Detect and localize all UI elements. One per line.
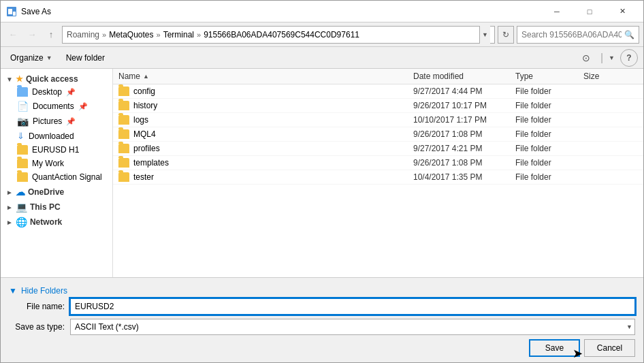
search-box[interactable]: 🔍	[517, 26, 639, 44]
crumb-id: 915566BA06ADA407569C544CC0D97611	[204, 30, 359, 40]
minimize-button[interactable]: ─	[541, 1, 573, 22]
table-row[interactable]: tester 10/4/2017 1:35 PM File folder	[113, 170, 643, 185]
window-controls: ─ □ ✕	[541, 1, 638, 22]
sidebar-item-label: Documents	[33, 101, 74, 111]
file-name-cell: templates	[118, 158, 413, 168]
sidebar-item-mywork[interactable]: My Work	[1, 157, 112, 170]
onedrive-header[interactable]: ► ☁ OneDrive	[1, 184, 112, 199]
save-button[interactable]: Save ➤	[529, 339, 580, 357]
cloud-icon: ☁	[16, 187, 25, 198]
table-row[interactable]: profiles 9/27/2017 4:21 PM File folder	[113, 142, 643, 156]
sidebar-icon: 📷	[17, 116, 29, 127]
sidebar-item-label: Desktop	[32, 87, 62, 97]
folder-icon	[118, 129, 129, 139]
sidebar-icon: ⇓	[17, 131, 25, 141]
toolbar: Organize ▼ New folder ⊙ | ▼ ?	[1, 47, 643, 69]
back-button[interactable]: ←	[5, 27, 21, 43]
file-date-cell: 9/26/2017 10:17 PM	[413, 101, 515, 110]
col-header-size[interactable]: Size	[583, 72, 638, 81]
bottom-buttons: Save ➤ Cancel	[9, 339, 635, 357]
table-row[interactable]: templates 9/26/2017 1:08 PM File folder	[113, 156, 643, 170]
view-separator: |	[600, 52, 603, 64]
refresh-button[interactable]: ↻	[498, 26, 514, 44]
save-type-label: Save as type:	[9, 322, 70, 332]
search-input[interactable]	[521, 30, 622, 40]
sidebar-item-desktop[interactable]: Desktop 📌	[1, 85, 112, 99]
new-folder-label: New folder	[66, 53, 105, 63]
file-type-cell: File folder	[515, 86, 583, 96]
sidebar-item-label: Downloaded	[29, 131, 74, 141]
new-folder-button[interactable]: New folder	[62, 49, 109, 67]
crumb-terminal: Terminal	[163, 30, 194, 40]
chevron-down-icon: ▼	[6, 76, 13, 83]
sidebar-item-quantaction[interactable]: QuantAction Signal	[1, 170, 112, 184]
save-label: Save	[545, 343, 564, 353]
sidebar-section-onedrive: ► ☁ OneDrive	[1, 184, 112, 199]
quick-access-header[interactable]: ▼ ★ Quick access	[1, 72, 112, 85]
close-button[interactable]: ✕	[607, 1, 638, 22]
col-header-name[interactable]: Name ▲	[118, 72, 413, 81]
save-type-select[interactable]: ASCII Text (*.csv)	[70, 319, 635, 335]
address-box[interactable]: Roaming » MetaQuotes » Terminal » 915566…	[62, 26, 495, 44]
file-type-cell: File folder	[515, 144, 583, 153]
col-header-type[interactable]: Type	[515, 72, 583, 81]
file-date-cell: 9/26/2017 1:08 PM	[413, 129, 515, 139]
file-type-cell: File folder	[515, 115, 583, 125]
chevron-right-icon: ►	[6, 189, 13, 196]
save-type-wrapper: ASCII Text (*.csv) ▼	[70, 319, 635, 335]
maximize-button[interactable]: □	[574, 1, 605, 22]
file-name-cell: tester	[118, 172, 413, 182]
view-dropdown-icon: ▼	[609, 54, 615, 61]
help-button[interactable]: ?	[620, 49, 638, 67]
address-dropdown-button[interactable]: ▼	[479, 26, 490, 44]
file-name-text: tester	[133, 172, 154, 182]
sidebar-icon: 📄	[17, 101, 29, 112]
thispc-header[interactable]: ► 💻 This PC	[1, 199, 112, 214]
pin-icon: 📌	[66, 117, 74, 125]
organize-button[interactable]: Organize ▼	[6, 49, 57, 67]
cursor-icon: ➤	[573, 346, 583, 361]
sidebar-item-label: EURUSD H1	[32, 145, 79, 155]
sort-arrow-icon: ▲	[143, 73, 149, 80]
file-type-cell: File folder	[515, 158, 583, 168]
address-bar-row: ← → ↑ Roaming » MetaQuotes » Terminal » …	[1, 22, 643, 47]
table-row[interactable]: config 9/27/2017 4:44 PM File folder	[113, 84, 643, 99]
table-row[interactable]: MQL4 9/26/2017 1:08 PM File folder	[113, 127, 643, 142]
col-header-date[interactable]: Date modified	[413, 72, 515, 81]
file-list-area: Name ▲ Date modified Type Size config	[113, 69, 643, 277]
up-button[interactable]: ↑	[43, 27, 59, 43]
pin-icon: 📌	[78, 102, 86, 110]
folder-icon	[17, 172, 28, 182]
network-label: Network	[30, 217, 62, 227]
table-row[interactable]: logs 10/10/2017 1:17 PM File folder	[113, 113, 643, 127]
sidebar-item-documents[interactable]: 📄 Documents 📌	[1, 99, 112, 114]
cancel-button[interactable]: Cancel	[584, 339, 635, 357]
file-name-row: File name:	[9, 298, 635, 315]
file-name-input[interactable]	[70, 298, 635, 315]
network-header[interactable]: ► 🌐 Network	[1, 214, 112, 229]
folder-icon	[118, 86, 129, 96]
file-name-cell: profiles	[118, 144, 413, 153]
file-rows-container: config 9/27/2017 4:44 PM File folder his…	[113, 84, 643, 185]
file-type-cell: File folder	[515, 101, 583, 110]
file-name-cell: config	[118, 86, 413, 96]
file-name-text: config	[133, 86, 155, 96]
hide-folders-row[interactable]: ▼ Hide Folders	[9, 283, 635, 298]
star-icon: ★	[16, 74, 23, 84]
save-as-dialog: Save As ─ □ ✕ ← → ↑ Roaming » MetaQuotes…	[0, 0, 644, 363]
sidebar-item-pictures[interactable]: 📷 Pictures 📌	[1, 114, 112, 129]
sidebar-item-downloaded[interactable]: ⇓ Downloaded	[1, 129, 112, 143]
pc-icon: 💻	[16, 202, 27, 212]
file-name-cell: logs	[118, 115, 413, 125]
crumb-roaming: Roaming	[67, 30, 99, 40]
forward-button[interactable]: →	[24, 27, 40, 43]
file-name-text: templates	[133, 158, 169, 168]
chevron-right-icon: ►	[6, 204, 13, 211]
table-row[interactable]: history 9/26/2017 10:17 PM File folder	[113, 99, 643, 113]
view-button[interactable]: ⊙	[577, 49, 595, 67]
crumb-metaquotes: MetaQuotes	[109, 30, 153, 40]
pin-icon: 📌	[66, 88, 74, 96]
file-type-cell: File folder	[515, 172, 583, 182]
sidebar-item-eurusd[interactable]: EURUSD H1	[1, 143, 112, 157]
file-date-cell: 10/10/2017 1:17 PM	[413, 115, 515, 125]
